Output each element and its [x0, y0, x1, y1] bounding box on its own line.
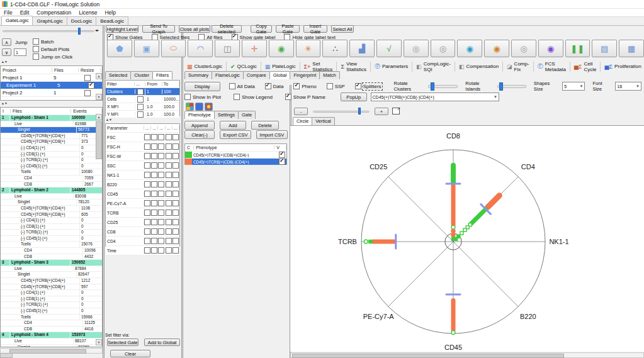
files-row[interactable]: CD45(+)TCRB(+)CD8(+)605	[1, 212, 102, 218]
param-checkbox[interactable]	[166, 219, 172, 225]
param-checkbox[interactable]	[158, 134, 164, 140]
rotate-islands-slider[interactable]	[497, 85, 526, 88]
popup-button[interactable]: PopUp	[341, 92, 367, 101]
pheno-button-append[interactable]: Append	[184, 121, 215, 130]
rotate-clusters-handle[interactable]	[431, 82, 434, 91]
param-checkbox[interactable]	[166, 134, 172, 140]
global-tab-compare[interactable]: Compare	[243, 71, 270, 79]
curve-fit-plot-icon[interactable]: √	[376, 40, 402, 57]
param-checkbox[interactable]	[172, 153, 179, 159]
jump-opt-batch-checkbox[interactable]	[33, 38, 39, 45]
param-checkbox[interactable]	[144, 210, 150, 216]
global-tab-fingerprint[interactable]: Fingerprint	[290, 71, 320, 79]
tool-view-statistics[interactable]: ΣView Statistics	[337, 62, 371, 72]
global-opt-data-checkbox[interactable]	[265, 83, 271, 89]
files-row[interactable]: Tcells10080	[1, 169, 102, 176]
param-checkbox[interactable]	[172, 228, 179, 235]
param-checkbox[interactable]	[172, 143, 179, 150]
legend-list-icon[interactable]	[195, 103, 203, 111]
param-checkbox[interactable]	[144, 191, 150, 197]
gate-button-select-all[interactable]: Select All	[331, 25, 354, 33]
global-tab-match[interactable]: Match	[319, 71, 339, 79]
param-checkbox[interactable]	[158, 162, 164, 169]
density-plot-2-icon[interactable]: ◉	[457, 40, 482, 57]
filter-row[interactable]: Cells110000...	[106, 96, 179, 103]
param-checkbox[interactable]	[144, 228, 150, 235]
tool-qclogic[interactable]: ✔QCLogic	[227, 62, 261, 72]
polygon-gate-icon[interactable]: ⬟	[107, 40, 132, 57]
files-row[interactable]: Live61988	[1, 121, 102, 128]
tool-fcs-metadata[interactable]: ⒻFCS Metadata	[534, 62, 570, 72]
param-checkbox[interactable]	[172, 200, 179, 206]
jump-opt-default-plots-checkbox[interactable]	[33, 46, 39, 52]
tool-comp-fix[interactable]: ◪Comp-Fix	[503, 62, 534, 72]
project-row[interactable]: Project 21	[1, 89, 102, 97]
tool-complogic-sqi[interactable]: ◧CompLogic-SQI	[412, 62, 455, 72]
param-checkbox[interactable]	[172, 247, 179, 254]
filter-checkbox[interactable]	[137, 104, 144, 110]
files-row[interactable]: (-) CD4(1) (+)0	[1, 290, 102, 296]
contour-plot-3-icon[interactable]: ◎	[511, 40, 536, 57]
param-checkbox[interactable]	[144, 134, 150, 140]
tool-proliferation[interactable]: ▅ΣProliferation	[601, 62, 644, 72]
columns-plot-icon[interactable]: ❚❚	[565, 40, 590, 57]
menu-license[interactable]: License	[79, 9, 97, 16]
param-checkbox[interactable]	[151, 153, 157, 159]
sparkle-plot-icon[interactable]: ✳	[296, 40, 321, 57]
plot-zoom-slider-handle[interactable]	[358, 108, 361, 115]
param-checkbox[interactable]	[166, 153, 172, 159]
pheno-button-clear-[interactable]: Clear(-)	[184, 130, 215, 139]
show-opt-show-legend-checkbox[interactable]	[234, 94, 240, 100]
files-row[interactable]: (-) CD4(1) (+)0	[1, 145, 102, 152]
param-checkbox[interactable]	[151, 181, 157, 187]
zoom-out-button[interactable]: -	[294, 108, 308, 115]
range-gate-icon[interactable]: ◠	[188, 40, 213, 57]
pheno-tab-phenotype[interactable]: Phenotype	[184, 111, 215, 119]
files-row[interactable]: Tcells15076	[1, 242, 102, 248]
files-row[interactable]: Singlet56773	[1, 127, 102, 133]
pheno-button-export-csv[interactable]: Export CSV	[220, 130, 251, 139]
param-row[interactable]: CD45	[106, 189, 179, 199]
files-row[interactable]: 1Lymphoid - Sham 1100000	[1, 115, 102, 121]
param-checkbox[interactable]	[172, 172, 179, 178]
param-checkbox[interactable]	[166, 162, 172, 169]
filter-row[interactable]: Y MFI1.0100.0	[106, 111, 179, 118]
files-row[interactable]: CD45(+)TCRB(+)CD4(+)771	[1, 133, 102, 140]
density-plot-icon[interactable]: ◉	[269, 40, 294, 57]
pheno-tab-settings[interactable]: Settings	[214, 111, 239, 119]
files-row[interactable]: CD45(+)TCRB(+)CD8(+)597	[1, 284, 102, 291]
files-row[interactable]: CD45(+)TCRB(+)CD8(+)373	[1, 139, 102, 145]
param-row[interactable]: CD4	[106, 237, 179, 246]
param-row[interactable]: NK1-1	[106, 171, 179, 180]
param-checkbox[interactable]	[166, 247, 172, 254]
pheno-button-import-csv[interactable]: Import CSV	[256, 130, 288, 139]
filter-row[interactable]: X MFI1.0100.0	[106, 103, 179, 111]
phenotype-row[interactable]: CD45(+)TCRB(+)CD8(+)CD4(-)	[185, 152, 286, 159]
rotate-clusters-slider[interactable]	[428, 85, 458, 88]
density-plot-4-icon[interactable]: ◉	[538, 40, 563, 57]
param-row[interactable]: FSC	[106, 133, 179, 142]
rectangle-gate-icon[interactable]: ▣	[134, 40, 159, 57]
param-checkbox[interactable]	[166, 210, 172, 216]
global-tab-summary[interactable]: Summary	[184, 71, 212, 79]
param-checkbox[interactable]	[166, 200, 172, 206]
tool-platelogic[interactable]: ▦PlateLogic	[261, 62, 300, 72]
param-checkbox[interactable]	[144, 143, 150, 150]
jump-down-button[interactable]: ∨	[2, 48, 11, 56]
plot-area[interactable]: CD8CD4NK1-1B220CD45PE-Cy7-ATCRBCD25	[290, 125, 644, 352]
filter-tab-selected[interactable]: Selected	[105, 71, 131, 79]
global-opt-splitters-checkbox[interactable]	[355, 83, 361, 89]
tool-clusterlogic[interactable]: ▦ClusterLogic	[183, 62, 227, 72]
pheno-tab-gate[interactable]: Gate	[238, 111, 256, 119]
param-checkbox[interactable]	[151, 219, 157, 225]
param-checkbox[interactable]	[166, 181, 172, 187]
param-row[interactable]: FSC-W	[106, 152, 179, 161]
files-hscrollbar[interactable]	[0, 348, 103, 354]
files-row[interactable]: (-) CD45(1) (+)0	[1, 164, 102, 170]
pheno-button-add[interactable]: Add	[220, 121, 246, 130]
menu-edit[interactable]: Edit	[20, 9, 30, 16]
tab-gatelogic[interactable]: GateLogic	[1, 16, 33, 25]
filter-tab-cluster[interactable]: Cluster	[130, 71, 153, 79]
param-checkbox[interactable]	[166, 238, 172, 244]
files-row[interactable]: (-) CD45(1) (+)0	[1, 236, 102, 242]
